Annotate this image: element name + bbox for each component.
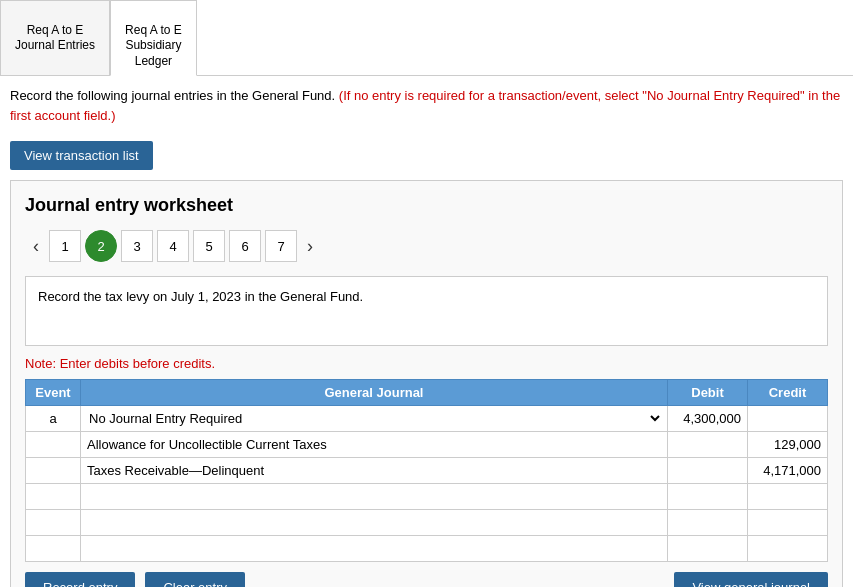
note: Note: Enter debits before credits. <box>25 356 828 371</box>
event-cell <box>26 432 81 458</box>
table-row: a No Journal Entry Required <box>26 406 828 432</box>
tab-req-subsidiary[interactable]: Req A to E Subsidiary Ledger <box>110 0 197 76</box>
record-entry-button[interactable]: Record entry <box>25 572 135 587</box>
transaction-description: Record the tax levy on July 1, 2023 in t… <box>25 276 828 346</box>
page-4[interactable]: 4 <box>157 230 189 262</box>
event-cell: a <box>26 406 81 432</box>
debit-cell[interactable] <box>668 510 748 536</box>
worksheet-container: Journal entry worksheet ‹ 1 2 3 4 5 6 7 … <box>10 180 843 587</box>
page-1[interactable]: 1 <box>49 230 81 262</box>
instruction-area: Record the following journal entries in … <box>0 76 853 133</box>
journal-cell[interactable]: No Journal Entry Required <box>81 406 668 432</box>
credit-input <box>752 515 823 530</box>
table-row <box>26 458 828 484</box>
page-5[interactable]: 5 <box>193 230 225 262</box>
journal-cell[interactable] <box>81 484 668 510</box>
credit-cell[interactable] <box>748 458 828 484</box>
journal-text-input <box>85 515 663 530</box>
journal-text-input <box>85 541 663 556</box>
journal-text-input <box>85 463 663 478</box>
page-2-current[interactable]: 2 <box>85 230 117 262</box>
table-row <box>26 432 828 458</box>
credit-cell[interactable] <box>748 536 828 562</box>
tabs-bar: Req A to E Journal Entries Req A to E Su… <box>0 0 853 76</box>
tab-req-journal[interactable]: Req A to E Journal Entries <box>0 0 110 75</box>
event-cell <box>26 536 81 562</box>
pagination: ‹ 1 2 3 4 5 6 7 › <box>25 230 828 262</box>
table-row <box>26 536 828 562</box>
debit-cell[interactable] <box>668 406 748 432</box>
page-3[interactable]: 3 <box>121 230 153 262</box>
journal-text-input <box>85 489 663 504</box>
debit-cell[interactable] <box>668 432 748 458</box>
debit-cell[interactable] <box>668 458 748 484</box>
credit-cell[interactable] <box>748 484 828 510</box>
col-credit: Credit <box>748 380 828 406</box>
instruction-main: Record the following journal entries in … <box>10 88 335 103</box>
page-6[interactable]: 6 <box>229 230 261 262</box>
debit-cell[interactable] <box>668 484 748 510</box>
credit-input <box>752 437 823 452</box>
credit-cell[interactable] <box>748 432 828 458</box>
table-row <box>26 510 828 536</box>
journal-cell[interactable] <box>81 458 668 484</box>
journal-cell[interactable] <box>81 432 668 458</box>
journal-cell[interactable] <box>81 536 668 562</box>
debit-input <box>672 411 743 426</box>
view-transaction-button[interactable]: View transaction list <box>10 141 153 170</box>
debit-cell[interactable] <box>668 536 748 562</box>
credit-cell[interactable] <box>748 406 828 432</box>
bottom-buttons: Record entry Clear entry View general jo… <box>25 572 828 587</box>
debit-input <box>672 437 743 452</box>
worksheet-title: Journal entry worksheet <box>25 195 828 216</box>
debit-input <box>672 541 743 556</box>
debit-input <box>672 463 743 478</box>
col-event: Event <box>26 380 81 406</box>
next-page-button[interactable]: › <box>299 232 321 261</box>
journal-text-input <box>85 437 663 452</box>
credit-input <box>752 411 823 426</box>
event-cell <box>26 458 81 484</box>
page-7[interactable]: 7 <box>265 230 297 262</box>
clear-entry-button[interactable]: Clear entry <box>145 572 245 587</box>
credit-input <box>752 541 823 556</box>
col-general-journal: General Journal <box>81 380 668 406</box>
table-row <box>26 484 828 510</box>
prev-page-button[interactable]: ‹ <box>25 232 47 261</box>
journal-dropdown[interactable]: No Journal Entry Required <box>85 410 663 427</box>
debit-input <box>672 515 743 530</box>
journal-table: Event General Journal Debit Credit a No … <box>25 379 828 562</box>
event-cell <box>26 484 81 510</box>
event-cell <box>26 510 81 536</box>
journal-cell[interactable] <box>81 510 668 536</box>
col-debit: Debit <box>668 380 748 406</box>
debit-input <box>672 489 743 504</box>
credit-cell[interactable] <box>748 510 828 536</box>
credit-input <box>752 489 823 504</box>
credit-input <box>752 463 823 478</box>
view-general-journal-button[interactable]: View general journal <box>674 572 828 587</box>
